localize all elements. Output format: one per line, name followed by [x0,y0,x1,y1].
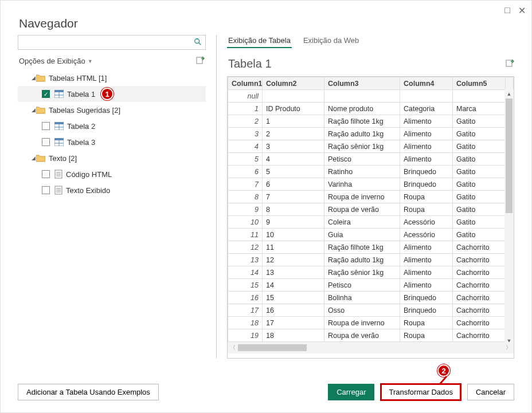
refresh-preview-icon[interactable] [505,57,514,70]
cell [400,90,453,103]
cell: 2 [263,128,324,140]
close-icon[interactable]: ✕ [518,5,526,16]
cell [453,90,506,103]
table-row[interactable]: 32Ração adulto 1kgAlimentoGatito [228,128,514,140]
tree-group-label: Tabelas Sugeridas [2] [49,106,120,115]
cell: 10 [228,216,263,229]
tab-web-view[interactable]: Exibição da Web [302,35,360,48]
tree-group-text[interactable]: ◢ Texto [2] [18,150,206,166]
cell: 12 [228,241,263,254]
cell: Gatito [453,216,506,229]
checkbox-icon[interactable] [42,186,50,194]
transform-data-button[interactable]: Transformar Dados [380,383,461,401]
table-row[interactable]: 21Ração filhote 1kgAlimentoGatito [228,115,514,128]
table-row[interactable]: 1413Ração sênior 1kgAlimentoCachorrito [228,266,514,279]
column-header[interactable]: Column4 [400,77,453,90]
cell: Gatito [453,203,506,216]
table-row[interactable]: 54PetiscoAlimentoGatito [228,153,514,166]
search-icon[interactable] [194,38,202,48]
table-row[interactable]: 1615BolinhaBrinquedoCachorrito [228,292,514,304]
cell: Gatito [453,229,506,241]
column-header[interactable]: Column5 [453,77,506,90]
vertical-scrollbar[interactable]: ▲ ▼ [504,89,514,345]
tab-table-view[interactable]: Exibição de Tabela [227,35,292,48]
collapse-icon[interactable]: ◢ [30,107,36,113]
search-input[interactable] [18,36,205,49]
scroll-right-icon[interactable]: 〉 [503,344,514,352]
table-row[interactable]: 1ID ProdutoNome produtoCategoriaMarca [228,103,514,115]
tree-item-tabela2[interactable]: Tabela 2 [18,118,206,134]
table-row[interactable]: 1211Ração filhote 1kgAlimentoCachorrito [228,241,514,254]
table-row[interactable]: 109ColeiraAcessórioGatito [228,216,514,229]
checkbox-icon[interactable] [42,122,50,130]
dialog-title: Navegador [1,1,531,35]
cell: 11 [228,229,263,241]
cell: Alimento [400,140,453,153]
cell: Marca [453,103,506,115]
cell: Gatito [453,153,506,166]
document-icon [54,170,62,179]
cell: Ração adulto 1kg [324,254,400,266]
cell: 7 [263,191,324,203]
table-row[interactable]: 43Ração sênior 1kgAlimentoGatito [228,140,514,153]
cell: 8 [228,191,263,203]
tree-item-tabela3[interactable]: Tabela 3 [18,134,206,150]
cell: Acessório [400,216,453,229]
scrollbar-thumb[interactable] [238,344,307,351]
table-row[interactable]: 1110GuiaAcessórioGatito [228,229,514,241]
dialog-footer: Adicionar a Tabela Usando Exemplos Carre… [18,383,514,401]
table-row[interactable]: 1918Roupa de verãoRoupaCachorrito [228,329,514,342]
tree-item-label: Tabela 1 [67,90,95,99]
scrollbar-thumb[interactable] [506,99,513,213]
load-button[interactable]: Carregar [328,384,374,400]
cell: Ração sênior 1kg [324,140,400,153]
column-header-overflow[interactable] [506,77,514,90]
cell: 1 [228,103,263,115]
cancel-button[interactable]: Cancelar [467,384,514,400]
horizontal-scrollbar[interactable]: 〈 〉 [228,342,514,353]
tree-item-codigo-html[interactable]: Código HTML [18,166,206,182]
cell: Cachorrito [453,254,506,266]
table-row[interactable]: 87Roupa de invernoRoupaGatito [228,191,514,203]
cell: Alimento [400,128,453,140]
search-box[interactable] [18,35,206,50]
checkbox-checked-icon[interactable]: ✓ [42,90,50,98]
table-row[interactable]: 65RatinhoBrinquedoGatito [228,166,514,178]
cell: 7 [228,178,263,191]
cell: Nome produto [324,103,400,115]
column-header[interactable]: Column1 [228,77,263,90]
table-row[interactable]: 1817Roupa de invernoRoupaCachorrito [228,317,514,329]
chevron-down-icon: ▼ [88,58,93,64]
checkbox-icon[interactable] [42,138,50,146]
collapse-icon[interactable]: ◢ [30,75,36,81]
header-row: Column1 Column2 Column3 Column4 Column5 [228,77,514,90]
tree-group-html-tables[interactable]: ◢ Tabelas HTML [1] [18,70,206,86]
table-row[interactable]: 1514PetiscoAlimentoCachorrito [228,279,514,292]
display-options-dropdown[interactable]: Opções de Exibição ▼ [19,57,93,65]
table-row[interactable]: 98Roupa de verãoRoupaGatito [228,203,514,216]
scroll-left-icon[interactable]: 〈 [228,344,238,352]
table-row[interactable]: 1312Ração adulto 1kgAlimentoCachorrito [228,254,514,266]
cell: Gatito [453,140,506,153]
checkbox-icon[interactable] [42,170,50,178]
cell: 17 [263,317,324,329]
column-header[interactable]: Column3 [324,77,400,90]
cell: ID Produto [263,103,324,115]
refresh-icon[interactable] [195,56,205,66]
cell: Ratinho [324,166,400,178]
table-row[interactable]: 1716OssoBrinquedoCachorrito [228,304,514,317]
cell: Brinquedo [400,304,453,317]
column-header[interactable]: Column2 [263,77,324,90]
add-table-from-examples-button[interactable]: Adicionar a Tabela Usando Exemplos [18,384,159,400]
table-row[interactable]: null [228,90,514,103]
scroll-up-icon[interactable]: ▲ [504,89,514,99]
tree-group-suggested-tables[interactable]: ◢ Tabelas Sugeridas [2] [18,102,206,118]
collapse-icon[interactable]: ◢ [30,155,36,161]
maximize-icon[interactable]: □ [504,5,510,16]
table-row[interactable]: 76VarinhaBrinquedoGatito [228,178,514,191]
tree-item-texto-exibido[interactable]: Texto Exibido [18,182,206,198]
tree-item-tabela1[interactable]: ✓ Tabela 1 1 [18,86,206,102]
tree-item-label: Código HTML [66,170,112,179]
cell: 5 [228,153,263,166]
preview-tabs: Exibição de Tabela Exibição da Web [227,35,514,53]
